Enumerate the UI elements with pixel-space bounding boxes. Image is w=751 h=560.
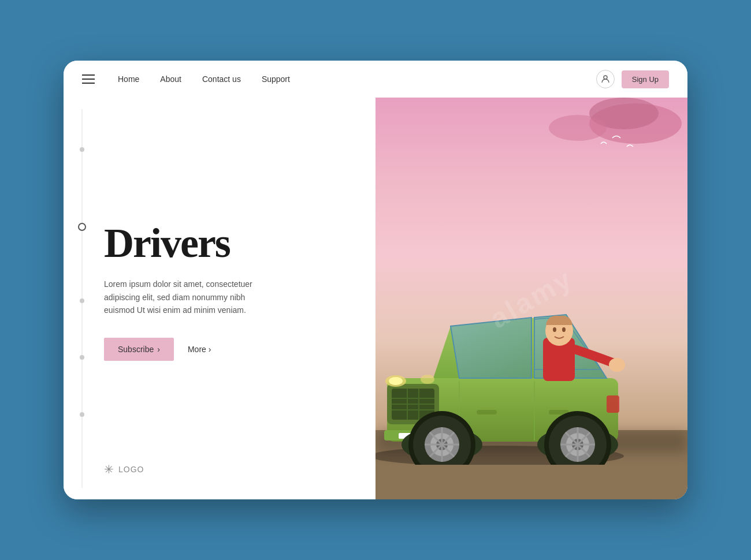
more-button[interactable]: More › (188, 345, 211, 354)
subscribe-button[interactable]: Subscribe › (104, 338, 174, 361)
signup-button[interactable]: Sign Up (622, 70, 669, 88)
svg-rect-17 (477, 410, 497, 415)
car-container (376, 257, 687, 465)
logo-area: ✳ LOGO (104, 462, 347, 476)
right-panel: alamy (376, 98, 687, 499)
subscribe-chevron: › (157, 345, 160, 354)
more-chevron: › (209, 345, 211, 354)
button-group: Subscribe › More › (104, 338, 347, 361)
hero-content: Drivers Lorem ipsum dolor sit amet, cons… (104, 121, 347, 462)
subscribe-label: Subscribe (118, 345, 154, 354)
page-title: Drivers (104, 222, 347, 264)
nav-home[interactable]: Home (118, 74, 139, 84)
svg-rect-39 (607, 395, 619, 413)
logo-icon: ✳ (104, 462, 114, 476)
svg-point-44 (609, 358, 625, 372)
nav-about[interactable]: About (160, 74, 181, 84)
dot-active[interactable] (78, 223, 86, 231)
birds (595, 132, 641, 163)
svg-point-11 (389, 377, 403, 385)
nav-right: Sign Up (596, 70, 669, 88)
dot-4[interactable] (80, 355, 84, 360)
car-illustration (376, 257, 676, 465)
svg-point-42 (553, 327, 556, 332)
svg-point-0 (604, 76, 607, 79)
nav-links: Home About Contact us Support (118, 74, 596, 84)
left-panel: Drivers Lorem ipsum dolor sit amet, cons… (64, 98, 376, 499)
user-icon[interactable] (596, 70, 615, 88)
dot-5[interactable] (80, 412, 84, 417)
hamburger-menu[interactable] (82, 74, 95, 84)
page-description: Lorem ipsum dolor sit amet, consectetuer… (104, 278, 277, 316)
main-content: Drivers Lorem ipsum dolor sit amet, cons… (64, 98, 687, 499)
main-card: Home About Contact us Support Sign Up (64, 61, 687, 499)
dot-3[interactable] (80, 298, 84, 303)
svg-point-43 (562, 327, 566, 332)
logo-text: LOGO (118, 465, 144, 474)
navbar: Home About Contact us Support Sign Up (64, 61, 687, 98)
svg-point-12 (421, 375, 434, 384)
more-label: More (188, 345, 206, 354)
dot-1[interactable] (80, 147, 84, 152)
nav-support[interactable]: Support (262, 74, 290, 84)
nav-contact[interactable]: Contact us (202, 74, 241, 84)
